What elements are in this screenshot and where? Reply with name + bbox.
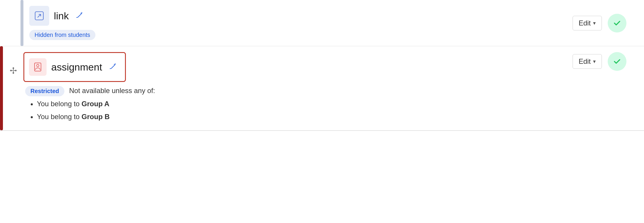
link-edit-chevron-icon: ▾ <box>593 20 596 26</box>
list-item: You belong to Group B <box>37 113 561 121</box>
assignment-icon <box>33 62 43 72</box>
assignment-row: ✢ assignment <box>0 46 644 131</box>
assignment-edit-pencil-icon[interactable] <box>109 62 117 72</box>
link-content: link Hidden from students <box>23 0 567 46</box>
hidden-badge-text: Hidden from students <box>29 30 95 40</box>
link-row: link Hidden from students Edit ▾ <box>0 0 644 46</box>
restriction-intro-text: Not available unless any of: <box>69 87 155 95</box>
link-actions: Edit ▾ <box>567 0 644 46</box>
assignment-drag-icon[interactable]: ✢ <box>10 66 17 76</box>
assignment-main: assignment Restricted Not available unle… <box>23 46 567 130</box>
assignment-header-box: assignment <box>23 52 126 82</box>
link-drag-handle-area <box>0 0 20 46</box>
svg-point-2 <box>37 64 39 67</box>
link-icon <box>34 11 44 21</box>
restriction-area: Restricted Not available unless any of: … <box>23 86 561 130</box>
assignment-edit-button[interactable]: Edit ▾ <box>573 54 602 69</box>
link-edit-pencil-icon[interactable] <box>75 11 83 21</box>
assignment-red-bar <box>0 46 3 130</box>
link-icon-box <box>29 6 49 26</box>
restriction-list: You belong to Group A You belong to Grou… <box>25 100 561 121</box>
restricted-badge: Restricted <box>25 86 64 96</box>
list-item: You belong to Group A <box>37 100 561 108</box>
page-container: link Hidden from students Edit ▾ <box>0 0 644 223</box>
link-left-bar <box>20 0 23 46</box>
link-header: link <box>29 6 561 26</box>
link-title: link <box>54 10 69 22</box>
link-check-circle <box>608 14 626 32</box>
bottom-divider <box>0 131 644 131</box>
assignment-edit-chevron-icon: ▾ <box>593 58 596 65</box>
assignment-actions: Edit ▾ <box>567 46 644 77</box>
link-edit-button[interactable]: Edit ▾ <box>573 16 602 30</box>
assignment-title: assignment <box>51 61 102 73</box>
hidden-badge: Hidden from students <box>29 29 561 40</box>
assignment-check-circle <box>608 52 626 71</box>
assignment-drag-handle-area: ✢ <box>3 46 23 76</box>
assignment-icon-box <box>29 58 47 76</box>
